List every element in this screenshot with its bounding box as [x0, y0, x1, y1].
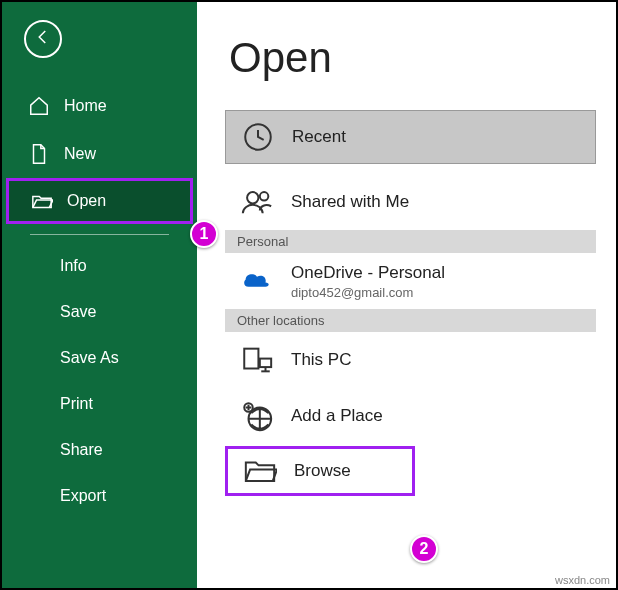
onedrive-title: OneDrive - Personal — [291, 263, 445, 283]
location-addplace[interactable]: Add a Place — [225, 388, 596, 444]
app-window: Home New Open Info Save Save As Print Sh… — [0, 0, 618, 590]
nav-share[interactable]: Share — [2, 427, 197, 473]
back-arrow-icon — [34, 28, 52, 50]
location-shared[interactable]: Shared with Me — [225, 174, 596, 230]
nav-export[interactable]: Export — [2, 473, 197, 519]
new-doc-icon — [28, 143, 50, 165]
nav-print[interactable]: Print — [2, 381, 197, 427]
location-onedrive[interactable]: OneDrive - Personal dipto452@gmail.com — [225, 253, 596, 309]
section-other: Other locations — [225, 309, 596, 332]
page-title: Open — [229, 34, 616, 82]
back-button[interactable] — [24, 20, 62, 58]
onedrive-email: dipto452@gmail.com — [291, 285, 445, 300]
svg-point-2 — [260, 192, 269, 201]
callout-2: 2 — [410, 535, 438, 563]
sidebar: Home New Open Info Save Save As Print Sh… — [2, 2, 197, 588]
browse-label: Browse — [294, 461, 351, 481]
people-icon — [239, 184, 275, 220]
section-personal: Personal — [225, 230, 596, 253]
callout-1: 1 — [190, 220, 218, 248]
nav-save-as[interactable]: Save As — [2, 335, 197, 381]
shared-label: Shared with Me — [291, 192, 409, 212]
location-browse[interactable]: Browse — [225, 446, 415, 496]
thispc-label: This PC — [291, 350, 351, 370]
nav-new[interactable]: New — [2, 130, 197, 178]
browse-folder-icon — [242, 453, 278, 489]
main-panel: Open Recent Shared with Me Personal OneD… — [197, 2, 616, 588]
nav-save[interactable]: Save — [2, 289, 197, 335]
nav-new-label: New — [64, 145, 96, 163]
home-icon — [28, 95, 50, 117]
nav-open-label: Open — [67, 192, 106, 210]
svg-rect-4 — [260, 359, 271, 368]
nav-home-label: Home — [64, 97, 107, 115]
pc-icon — [239, 342, 275, 378]
clock-icon — [240, 119, 276, 155]
nav-home[interactable]: Home — [2, 82, 197, 130]
recent-label: Recent — [292, 127, 346, 147]
svg-rect-3 — [244, 349, 258, 369]
sidebar-divider — [30, 234, 169, 235]
addplace-label: Add a Place — [291, 406, 383, 426]
onedrive-icon — [239, 263, 275, 299]
location-thispc[interactable]: This PC — [225, 332, 596, 388]
addplace-icon — [239, 398, 275, 434]
nav-info[interactable]: Info — [2, 243, 197, 289]
nav-open[interactable]: Open — [6, 178, 193, 224]
watermark: wsxdn.com — [555, 574, 610, 586]
location-recent[interactable]: Recent — [225, 110, 596, 164]
open-folder-icon — [31, 190, 53, 212]
svg-point-1 — [247, 192, 258, 203]
